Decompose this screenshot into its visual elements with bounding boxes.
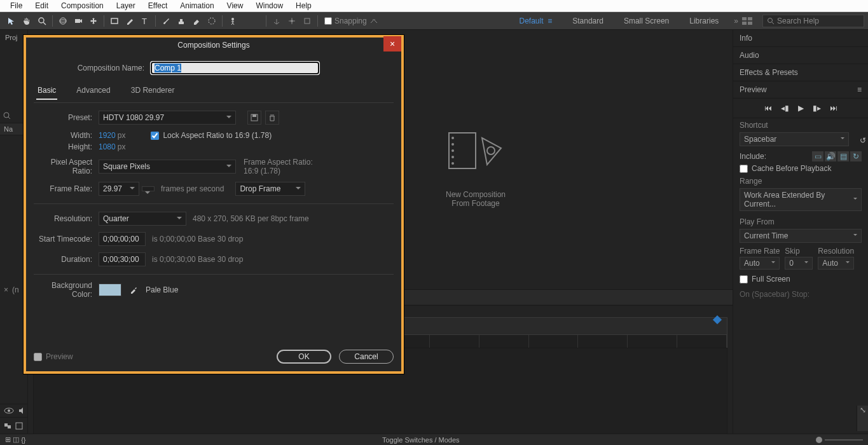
resolution-select[interactable]: Quarter <box>99 212 186 226</box>
toggle-switches-modes[interactable]: Toggle Switches / Modes <box>382 436 460 444</box>
close-icon[interactable]: × <box>4 285 8 294</box>
menu-animation[interactable]: Animation <box>174 1 220 10</box>
lock-aspect-checkbox[interactable] <box>151 132 159 140</box>
cache-before-playback[interactable]: Cache Before Playback <box>733 163 868 174</box>
dialog-titlebar[interactable]: Composition Settings × <box>26 38 401 53</box>
eye-icon[interactable] <box>4 407 14 414</box>
panel-info[interactable]: Info <box>733 30 868 47</box>
workspace-small-screen[interactable]: Small Screen <box>614 12 679 29</box>
lock-aspect-ratio[interactable]: Lock Aspect Ratio to 16:9 (1.78) <box>151 131 272 140</box>
fps-value-select[interactable]: 29.97 <box>99 182 139 196</box>
include-loop-icon[interactable]: ↻ <box>850 151 862 161</box>
cancel-button[interactable]: Cancel <box>339 350 394 364</box>
tab-advanced[interactable]: Advanced <box>75 85 111 100</box>
menu-effect[interactable]: Effect <box>142 1 174 10</box>
fps-dropframe-select[interactable]: Drop Frame <box>235 182 305 196</box>
expand-icon[interactable]: ⊞ <box>5 435 11 444</box>
render-queue-icon[interactable]: ◫ <box>13 435 19 444</box>
snapping-toggle[interactable]: Snapping <box>324 17 378 25</box>
workspace-standard[interactable]: Standard <box>562 12 614 29</box>
zoom-tool-icon[interactable] <box>35 14 49 28</box>
include-audio-icon[interactable]: 🔊 <box>825 151 836 161</box>
rect-tool-icon[interactable] <box>107 14 121 28</box>
pan-behind-tool-icon[interactable] <box>86 14 100 28</box>
start-timecode-input[interactable]: 0;00;00;00 <box>99 232 146 246</box>
prev-frame-icon[interactable]: ◂▮ <box>781 104 789 113</box>
preset-select[interactable]: HDTV 1080 29.97 <box>99 111 236 125</box>
zoom-slider-knob[interactable] <box>816 437 822 443</box>
play-icon[interactable]: ▶ <box>798 104 804 113</box>
side-handle-icon[interactable]: ⤡ <box>857 406 868 431</box>
eyedropper-icon[interactable] <box>127 283 141 297</box>
menu-file[interactable]: File <box>4 1 29 10</box>
panel-grid-icon[interactable] <box>742 17 752 25</box>
tab-3d-renderer[interactable]: 3D Renderer <box>130 85 176 100</box>
cache-checkbox[interactable] <box>740 165 748 173</box>
eraser-tool-icon[interactable] <box>189 14 203 28</box>
ok-button[interactable]: OK <box>277 350 331 364</box>
panel-effects-presets[interactable]: Effects & Presets <box>733 64 868 81</box>
bg-color-swatch[interactable] <box>99 284 121 296</box>
menu-view[interactable]: View <box>221 1 250 10</box>
skip-select[interactable]: 0 <box>785 257 813 270</box>
new-comp-from-footage-tile[interactable]: New Composition From Footage <box>437 125 514 208</box>
selection-tool-icon[interactable] <box>4 14 18 28</box>
text-tool-icon[interactable]: T <box>138 14 152 28</box>
width-value[interactable]: 1920 <box>99 131 116 140</box>
panel-audio[interactable]: Audio <box>733 47 868 64</box>
panel-menu-icon[interactable]: ≡ <box>857 85 862 94</box>
range-select[interactable]: Work Area Extended By Current... <box>740 188 862 211</box>
view-axis-icon[interactable] <box>300 14 314 28</box>
roto-tool-icon[interactable] <box>205 14 219 28</box>
hand-tool-icon[interactable] <box>20 14 34 28</box>
speaker-icon[interactable] <box>18 407 27 414</box>
height-value[interactable]: 1080 <box>99 142 116 151</box>
current-time-indicator[interactable] <box>713 315 722 324</box>
menu-window[interactable]: Window <box>249 1 289 10</box>
interpret-icon[interactable] <box>15 422 23 430</box>
shortcut-select[interactable]: Spacebar <box>740 132 849 146</box>
fullscreen-toggle[interactable]: Full Screen <box>733 273 868 285</box>
panel-preview[interactable]: Preview≡ <box>733 81 868 99</box>
resolution-select[interactable]: Auto <box>818 257 854 270</box>
next-frame-icon[interactable]: ▮▸ <box>813 104 821 113</box>
reset-icon[interactable]: ↺ <box>858 135 868 146</box>
brush-tool-icon[interactable] <box>159 14 173 28</box>
menu-help[interactable]: Help <box>289 1 318 10</box>
brackets-icon[interactable]: {} <box>21 436 25 444</box>
fps-stepper[interactable] <box>142 186 155 191</box>
include-video-icon[interactable]: ▭ <box>812 151 823 161</box>
start-timecode-label: Start Timecode: <box>36 235 99 243</box>
workspace-default[interactable]: Default ≡ <box>509 12 563 29</box>
bin-icon[interactable] <box>4 422 11 430</box>
camera-tool-icon[interactable] <box>71 14 85 28</box>
orbit-tool-icon[interactable] <box>56 14 70 28</box>
include-overlays-icon[interactable]: ▤ <box>837 151 849 161</box>
framerate-select[interactable]: Auto <box>740 257 780 270</box>
par-select[interactable]: Square Pixels <box>99 160 236 174</box>
tab-basic[interactable]: Basic <box>36 85 57 100</box>
workspace-libraries[interactable]: Libraries <box>679 12 729 29</box>
duration-input[interactable]: 0;00;30;00 <box>99 252 146 266</box>
menu-composition[interactable]: Composition <box>55 1 110 10</box>
snapping-checkbox[interactable] <box>324 17 332 25</box>
search-help-input[interactable]: Search Help <box>762 15 864 27</box>
separator <box>266 15 266 27</box>
last-frame-icon[interactable]: ⏭ <box>830 104 837 113</box>
local-axis-icon[interactable] <box>270 14 284 28</box>
world-axis-icon[interactable] <box>285 14 299 28</box>
pen-tool-icon[interactable] <box>123 14 137 28</box>
puppet-tool-icon[interactable] <box>226 14 240 28</box>
dialog-close-button[interactable]: × <box>383 36 401 51</box>
fullscreen-checkbox[interactable] <box>740 275 748 284</box>
first-frame-icon[interactable]: ⏮ <box>764 104 772 113</box>
save-preset-button[interactable] <box>247 111 261 125</box>
delete-preset-button[interactable] <box>265 111 279 125</box>
overflow-icon[interactable]: » <box>734 17 738 25</box>
comp-name-input[interactable] <box>151 62 319 74</box>
playfrom-select[interactable]: Current Time <box>740 229 862 243</box>
preview-toggle[interactable]: Preview <box>34 352 73 361</box>
menu-layer[interactable]: Layer <box>110 1 142 10</box>
menu-edit[interactable]: Edit <box>29 1 55 10</box>
clone-tool-icon[interactable] <box>174 14 188 28</box>
